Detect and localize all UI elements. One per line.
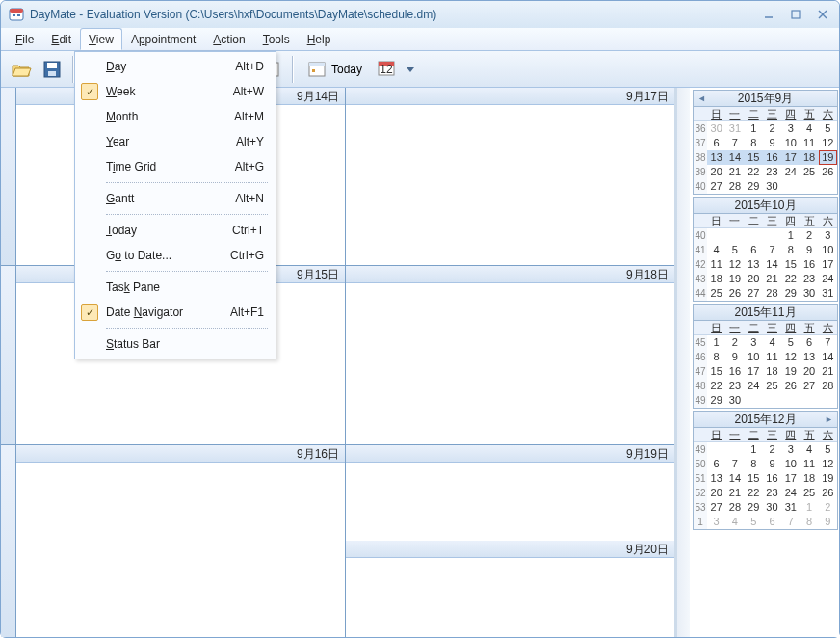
calendar-day[interactable]: 23 bbox=[725, 379, 744, 393]
calendar-day[interactable]: 9 bbox=[763, 457, 781, 471]
calendar-day[interactable]: 20 bbox=[707, 165, 725, 179]
calendar-day[interactable]: 4 bbox=[763, 335, 781, 350]
calendar-day[interactable]: 3 bbox=[781, 442, 800, 457]
calendar-day[interactable]: 5 bbox=[781, 335, 800, 350]
calendar-day[interactable]: 8 bbox=[781, 243, 800, 257]
calendar-day[interactable]: 27 bbox=[707, 179, 725, 194]
menu-item-datenav[interactable]: ✓Date NavigatorAlt+F1 bbox=[77, 300, 274, 325]
menu-action[interactable]: Action bbox=[204, 28, 253, 50]
calendar-day[interactable]: 20 bbox=[745, 272, 763, 286]
calendar-day[interactable]: 25 bbox=[707, 286, 725, 301]
menu-item-week[interactable]: ✓WeekAlt+W bbox=[77, 79, 274, 104]
calendar-day[interactable]: 22 bbox=[745, 165, 763, 179]
calendar-day[interactable]: 10 bbox=[781, 136, 800, 150]
calendar-day[interactable]: 14 bbox=[725, 471, 744, 486]
menu-item-today[interactable]: TodayCtrl+T bbox=[77, 218, 274, 243]
calendar-day[interactable]: 12 bbox=[781, 350, 800, 364]
calendar-day[interactable]: 26 bbox=[819, 165, 837, 179]
calendar-day[interactable]: 30 bbox=[725, 393, 744, 408]
titlebar[interactable]: DayMate - Evaluation Version (C:\Users\h… bbox=[1, 1, 839, 28]
calendar-day[interactable]: 21 bbox=[763, 272, 781, 286]
calendar-day[interactable]: 8 bbox=[800, 515, 818, 529]
day-header[interactable]: 9月20日 bbox=[346, 541, 674, 558]
calendar-day[interactable]: 29 bbox=[707, 393, 725, 408]
calendar-day[interactable]: 13 bbox=[707, 150, 725, 165]
menu-item-day[interactable]: DayAlt+D bbox=[77, 54, 274, 79]
calendar-day[interactable]: 2 bbox=[725, 335, 744, 350]
calendar-day[interactable]: 16 bbox=[763, 150, 781, 165]
open-button[interactable] bbox=[7, 55, 36, 84]
calendar-day[interactable]: 1 bbox=[745, 121, 763, 136]
menu-appointment[interactable]: Appointment bbox=[122, 28, 204, 50]
calendar-day[interactable]: 28 bbox=[819, 379, 837, 393]
calendar-day[interactable]: 6 bbox=[707, 136, 725, 150]
menu-view[interactable]: View bbox=[80, 28, 122, 50]
calendar-day[interactable]: 22 bbox=[707, 379, 725, 393]
calendar-day[interactable]: 13 bbox=[707, 471, 725, 486]
calendar-day[interactable]: 14 bbox=[819, 350, 837, 364]
day-cell[interactable]: 9月19日 9月20日 bbox=[346, 445, 674, 637]
calendar-day[interactable]: 6 bbox=[745, 243, 763, 257]
calendar-day[interactable]: 23 bbox=[763, 486, 781, 500]
calendar-day[interactable]: 7 bbox=[725, 457, 744, 471]
calendar-day[interactable]: 15 bbox=[745, 471, 763, 486]
calendar-day[interactable]: 25 bbox=[800, 486, 818, 500]
calendar-day[interactable]: 5 bbox=[725, 243, 744, 257]
calendar-day[interactable]: 6 bbox=[707, 457, 725, 471]
calendar-day[interactable]: 2 bbox=[763, 442, 781, 457]
calendar-day[interactable]: 11 bbox=[707, 257, 725, 272]
calendar-day[interactable]: 3 bbox=[707, 515, 725, 529]
calendar-day[interactable]: 29 bbox=[781, 286, 800, 301]
calendar-day[interactable]: 10 bbox=[819, 243, 837, 257]
mini-calendar-header[interactable]: 2015年10月 bbox=[694, 198, 837, 214]
calendar-day[interactable]: 10 bbox=[781, 457, 800, 471]
calendar-day[interactable]: 7 bbox=[763, 243, 781, 257]
calendar-day[interactable]: 30 bbox=[763, 179, 781, 194]
calendar-day[interactable]: 11 bbox=[800, 457, 818, 471]
minimize-button[interactable] bbox=[760, 8, 777, 21]
calendar-day[interactable]: 20 bbox=[707, 486, 725, 500]
prev-month-icon[interactable]: ◄ bbox=[697, 93, 706, 103]
calendar-day[interactable]: 9 bbox=[763, 136, 781, 150]
calendar-day[interactable]: 12 bbox=[819, 457, 837, 471]
calendar-day[interactable]: 14 bbox=[725, 150, 744, 165]
calendar-day[interactable]: 27 bbox=[745, 286, 763, 301]
calendar-day[interactable]: 31 bbox=[781, 500, 800, 515]
calendar-day[interactable]: 31 bbox=[819, 286, 837, 301]
day-header[interactable]: 9月18日 bbox=[346, 266, 674, 283]
calendar-day[interactable]: 19 bbox=[725, 272, 744, 286]
calendar-day[interactable]: 25 bbox=[763, 379, 781, 393]
menu-item-month[interactable]: MonthAlt+M bbox=[77, 104, 274, 129]
calendar-day[interactable]: 28 bbox=[725, 179, 744, 194]
calendar-day[interactable]: 24 bbox=[745, 379, 763, 393]
dropdown-arrow[interactable] bbox=[404, 55, 417, 84]
next-month-icon[interactable]: ► bbox=[825, 414, 833, 424]
calendar-day[interactable]: 15 bbox=[745, 150, 763, 165]
menu-item-timegrid[interactable]: Time GridAlt+G bbox=[77, 154, 274, 179]
day-cell[interactable]: 9月16日 bbox=[16, 445, 346, 637]
calendar-day[interactable]: 15 bbox=[707, 364, 725, 379]
calendar-day[interactable]: 26 bbox=[781, 379, 800, 393]
scrollbar[interactable] bbox=[676, 88, 690, 637]
calendar-day[interactable]: 18 bbox=[800, 150, 818, 165]
calendar-day[interactable]: 21 bbox=[725, 165, 744, 179]
calendar-day[interactable]: 5 bbox=[819, 121, 837, 136]
close-button[interactable] bbox=[814, 8, 831, 21]
calendar-day[interactable]: 22 bbox=[781, 272, 800, 286]
menu-item-statusbar[interactable]: Status Bar bbox=[77, 332, 274, 357]
calendar-day[interactable]: 9 bbox=[725, 350, 744, 364]
calendar-day[interactable]: 1 bbox=[781, 228, 800, 243]
today-button[interactable]: Today bbox=[300, 55, 371, 84]
mini-calendar-header[interactable]: 2015年11月 bbox=[694, 305, 837, 321]
calendar-day[interactable]: 13 bbox=[745, 257, 763, 272]
menu-item-taskpane[interactable]: Task Pane bbox=[77, 275, 274, 300]
calendar-day[interactable]: 11 bbox=[763, 350, 781, 364]
calendar-day[interactable]: 19 bbox=[819, 471, 837, 486]
calendar-day[interactable]: 19 bbox=[819, 150, 837, 165]
calendar-day[interactable]: 12 bbox=[819, 136, 837, 150]
calendar-day[interactable]: 28 bbox=[725, 500, 744, 515]
save-button[interactable] bbox=[38, 55, 66, 84]
calendar-day[interactable]: 3 bbox=[745, 335, 763, 350]
menu-tools[interactable]: Tools bbox=[254, 28, 299, 50]
calendar-day[interactable]: 4 bbox=[707, 243, 725, 257]
